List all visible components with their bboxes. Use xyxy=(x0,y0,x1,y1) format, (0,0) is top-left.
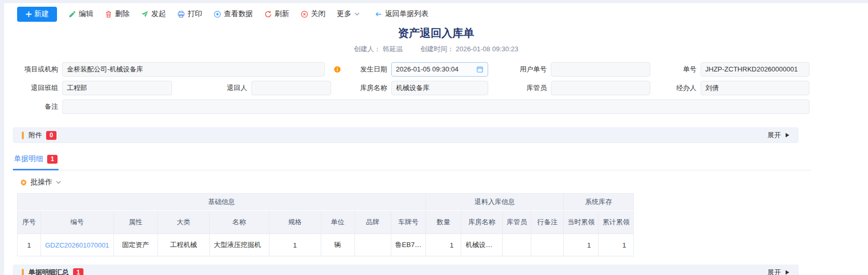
form: 项目或机构 金桥装配公司-机械设备库 发生日期 2026-01-05 09:30… xyxy=(4,62,868,114)
delete-button[interactable]: 删除 xyxy=(105,9,130,19)
initiate-button[interactable]: 发起 xyxy=(141,9,166,19)
return-team-value: 工程部 xyxy=(67,81,87,95)
summary-bar: 单据明细汇总 1 展开 xyxy=(13,265,799,275)
chevron-down-icon xyxy=(354,11,360,17)
triangle-right-icon xyxy=(785,133,790,138)
attachments-expand-button[interactable]: 展开 xyxy=(767,131,790,140)
more-button[interactable]: 更多 xyxy=(337,9,360,19)
col-spec: 规格 xyxy=(269,211,321,234)
cell-keeper xyxy=(503,234,531,256)
col-brand: 品牌 xyxy=(354,211,391,234)
orange-accent-bar xyxy=(22,132,24,139)
cell-warehouse: 机械设… xyxy=(461,234,503,256)
print-button[interactable]: 打印 xyxy=(177,9,202,19)
refresh-button[interactable]: 刷新 xyxy=(264,9,289,19)
summary-count-badge: 1 xyxy=(73,268,83,275)
refresh-button-label: 刷新 xyxy=(275,9,289,19)
col-attribute: 属性 xyxy=(113,211,158,234)
detail-table: 基础信息 退料入库信息 系统库存 序号 编号 属性 大类 名称 规格 单位 品牌… xyxy=(17,193,634,256)
cell-category: 工程机械 xyxy=(158,234,209,256)
col-category: 大类 xyxy=(158,211,209,234)
attachments-label: 附件 xyxy=(29,131,42,140)
returner-field[interactable] xyxy=(251,81,331,95)
doc-no-field[interactable]: JHZP-ZCTHRKD20260000001 xyxy=(701,62,809,77)
tab-detail-label: 单据明细 xyxy=(14,154,43,164)
edit-button-label: 编辑 xyxy=(79,9,93,19)
group-basic-info: 基础信息 xyxy=(18,194,426,211)
col-code: 编号 xyxy=(41,211,114,234)
table-group-header-row: 基础信息 退料入库信息 系统库存 xyxy=(18,194,634,211)
refresh-icon xyxy=(264,10,272,18)
return-team-field[interactable]: 工程部 xyxy=(62,81,172,95)
remark-field[interactable] xyxy=(62,99,809,114)
edit-button[interactable]: 编辑 xyxy=(68,9,93,19)
handler-field[interactable]: 刘倩 xyxy=(701,81,809,95)
initiate-button-label: 发起 xyxy=(151,9,166,19)
delete-button-label: 删除 xyxy=(115,9,130,19)
returner-label: 退回人 xyxy=(206,81,247,95)
cell-code-link[interactable]: GDZC202601070001 xyxy=(45,241,109,249)
col-warehouse: 库房名称 xyxy=(461,211,503,234)
user-no-field[interactable] xyxy=(551,62,650,77)
tab-detail[interactable]: 单据明细 1 xyxy=(13,154,59,170)
project-field[interactable]: 金桥装配公司-机械设备库 xyxy=(62,62,325,77)
col-total-received: 累计累领 xyxy=(599,211,634,234)
remark-label: 备注 xyxy=(17,99,58,114)
col-row-remark: 行备注 xyxy=(531,211,564,234)
arrow-left-icon xyxy=(375,10,382,18)
creator-line: 创建人： 韩延温 创建时间： 2026-01-08 09:30:23 xyxy=(4,45,868,54)
created-time-text: 创建时间： 2026-01-08 09:30:23 xyxy=(420,45,518,53)
close-button[interactable]: 关闭 xyxy=(301,9,325,19)
occur-date-value: 2026-01-05 09:30:04 xyxy=(396,63,459,76)
col-seq: 序号 xyxy=(18,211,41,234)
col-unit: 单位 xyxy=(321,211,354,234)
attachments-count-badge: 0 xyxy=(46,131,56,140)
cell-attribute: 固定资产 xyxy=(113,234,158,256)
info-icon[interactable] xyxy=(334,66,341,73)
occur-date-label: 发生日期 xyxy=(346,62,387,77)
calendar-icon xyxy=(476,66,483,73)
back-to-list-label: 返回单据列表 xyxy=(385,9,429,19)
print-button-label: 打印 xyxy=(188,9,202,19)
col-plate: 车牌号 xyxy=(391,211,426,234)
creator-text: 创建人： 韩延温 xyxy=(354,45,403,53)
warehouse-field[interactable]: 机械设备库 xyxy=(391,81,488,95)
handler-label: 经办人 xyxy=(665,81,696,95)
cell-current-received: 1 xyxy=(564,234,599,256)
trash-icon xyxy=(105,10,112,18)
orange-accent-bar xyxy=(22,269,24,275)
back-to-list-button[interactable]: 返回单据列表 xyxy=(375,9,429,19)
table-column-header-row: 序号 编号 属性 大类 名称 规格 单位 品牌 车牌号 数量 库房名称 库管员 … xyxy=(18,211,634,234)
detail-tabs: 单据明细 1 xyxy=(13,154,811,170)
keeper-field[interactable] xyxy=(551,81,650,95)
keeper-label: 库管员 xyxy=(505,81,547,95)
summary-label: 单据明细汇总 xyxy=(29,268,69,275)
project-value: 金桥装配公司-机械设备库 xyxy=(67,63,143,76)
handler-value: 刘倩 xyxy=(705,81,719,95)
batch-ops-button[interactable]: 批操作 xyxy=(20,178,868,187)
new-button[interactable]: 新建 xyxy=(17,7,57,22)
close-circle-icon xyxy=(301,10,308,18)
pencil-icon xyxy=(68,10,76,18)
summary-expand-button[interactable]: 展开 xyxy=(767,268,790,275)
cell-brand xyxy=(354,234,391,256)
warehouse-value: 机械设备库 xyxy=(396,81,430,95)
user-no-label: 用户单号 xyxy=(505,62,547,77)
return-team-label: 退回班组 xyxy=(17,81,58,95)
view-data-button[interactable]: 查看数据 xyxy=(214,9,253,19)
cell-unit: 辆 xyxy=(321,234,354,256)
chevron-down-icon xyxy=(55,179,62,185)
col-name: 名称 xyxy=(209,211,269,234)
group-system-stock: 系统库存 xyxy=(564,194,634,211)
eye-icon xyxy=(214,10,221,18)
view-data-button-label: 查看数据 xyxy=(224,9,253,19)
occur-date-field[interactable]: 2026-01-05 09:30:04 xyxy=(391,62,488,77)
page-title: 资产退回入库单 xyxy=(4,26,868,40)
printer-icon xyxy=(177,10,185,18)
close-button-label: 关闭 xyxy=(311,9,325,19)
attachments-expand-label: 展开 xyxy=(767,131,781,140)
col-qty: 数量 xyxy=(426,211,461,234)
doc-no-value: JHZP-ZCTHRKD20260000001 xyxy=(705,63,798,76)
group-return-info: 退料入库信息 xyxy=(426,194,564,211)
table-row: 1 GDZC202601070001 固定资产 工程机械 大型液压挖掘机 1 辆… xyxy=(18,234,634,256)
